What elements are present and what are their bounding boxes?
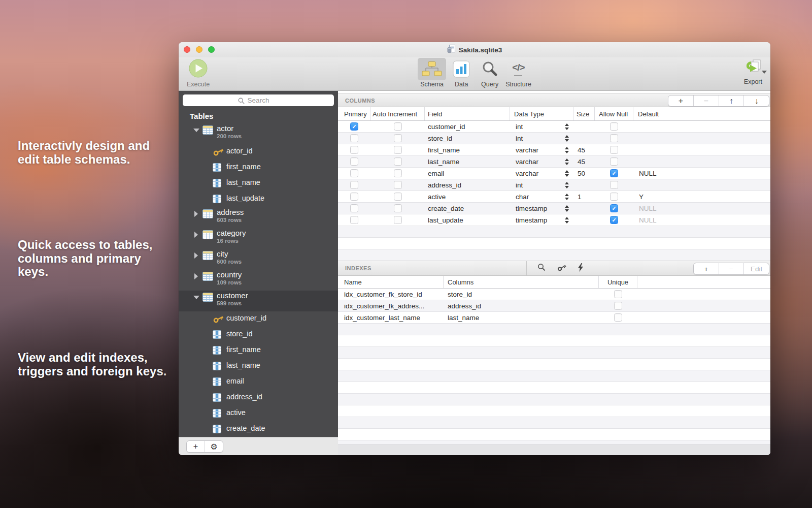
disclosure-expanded-icon[interactable] [193,129,199,132]
column-row-active[interactable]: activechar1Y [338,191,770,203]
data-type-stepper[interactable] [565,217,569,224]
add-column-button[interactable]: + [668,96,694,106]
sidebar-table-actor[interactable]: actor200 rows [179,123,338,144]
schema-hierarchy-icon [418,58,446,80]
allow-null-checkbox[interactable] [610,134,618,142]
auto-increment-checkbox[interactable] [394,157,402,166]
auto-increment-checkbox[interactable] [394,134,402,142]
data-type-stepper[interactable] [565,205,569,212]
foreign-key-icon[interactable] [557,264,566,273]
search-icon[interactable] [537,263,546,273]
tab-data[interactable]: Data [449,58,474,88]
add-index-button[interactable]: + [694,263,719,274]
auto-increment-checkbox[interactable] [394,181,402,189]
remove-column-button[interactable]: − [694,96,719,106]
data-type-stepper[interactable] [565,123,569,130]
title-bar[interactable]: Sakila.sqlite3 [179,42,770,57]
auto-increment-checkbox[interactable] [394,193,402,201]
allow-null-checkbox[interactable] [610,193,618,201]
column-row-last_update[interactable]: last_updatetimestampNULL [338,214,770,226]
remove-index-button[interactable]: − [719,263,745,274]
sidebar-table-category[interactable]: category16 rows [179,228,338,249]
export-button[interactable]: Export [744,58,762,85]
data-type-stepper[interactable] [565,194,569,200]
data-type-stepper[interactable] [565,182,569,188]
index-row-idx_customer_last_name[interactable]: idx_customer_last_namelast_name [338,312,770,324]
column-row-store_id[interactable]: store_idint [338,133,770,144]
primary-checkbox[interactable] [350,122,358,131]
data-type-stepper[interactable] [565,135,569,142]
sidebar-table-country[interactable]: country109 rows [179,270,338,291]
disclosure-collapsed-icon[interactable] [194,252,198,259]
disclosure-collapsed-icon[interactable] [194,273,198,279]
column-row-address_id[interactable]: address_idint [338,179,770,191]
disclosure-collapsed-icon[interactable] [194,211,198,217]
auto-increment-checkbox[interactable] [394,204,402,212]
column-row-email[interactable]: emailvarchar50NULL [338,168,770,179]
sidebar-column-create_date[interactable]: create_date [179,422,338,437]
sidebar-column-last_update[interactable]: last_update [179,192,338,207]
allow-null-checkbox[interactable] [610,181,618,189]
disclosure-collapsed-icon[interactable] [194,232,198,238]
primary-checkbox[interactable] [350,204,358,212]
sidebar-column-first_name[interactable]: first_name [179,160,338,176]
allow-null-checkbox[interactable] [610,122,618,131]
data-type-stepper[interactable] [565,170,569,177]
allow-null-checkbox[interactable] [610,169,618,177]
tab-schema[interactable]: Schema [418,58,446,88]
edit-index-button[interactable]: Edit [744,263,769,274]
actions-gear-button[interactable]: ⚙ [205,441,223,452]
auto-increment-checkbox[interactable] [394,216,402,224]
primary-checkbox[interactable] [350,169,358,177]
sidebar-column-actor_id[interactable]: actor_id [179,144,338,160]
disclosure-expanded-icon[interactable] [193,296,199,299]
data-type-stepper[interactable] [565,147,569,153]
sidebar-column-last_name[interactable]: last_name [179,359,338,374]
allow-null-checkbox[interactable] [610,157,618,166]
allow-null-checkbox[interactable] [610,204,618,212]
data-type-stepper[interactable] [565,158,569,165]
trigger-bolt-icon[interactable] [578,263,584,274]
sidebar-table-address[interactable]: address603 rows [179,207,338,228]
tab-query[interactable]: Query [477,58,503,88]
window-title: Sakila.sqlite3 [459,46,502,54]
sidebar-column-active[interactable]: active [179,406,338,422]
move-column-down-button[interactable]: ↓ [744,96,769,106]
allow-null-checkbox[interactable] [610,216,618,224]
sidebar-column-email[interactable]: email [179,374,338,390]
primary-checkbox[interactable] [350,146,358,154]
sidebar-column-store_id[interactable]: store_id [179,327,338,343]
primary-checkbox[interactable] [350,134,358,142]
column-row-create_date[interactable]: create_datetimestampNULL [338,203,770,214]
unique-checkbox[interactable] [614,290,622,298]
search-field-wrap [183,94,334,106]
sidebar-column-address_id[interactable]: address_id [179,390,338,406]
column-row-last_name[interactable]: last_namevarchar45 [338,156,770,168]
sidebar-column-customer_id[interactable]: customer_id [179,311,338,327]
primary-checkbox[interactable] [350,216,358,224]
auto-increment-checkbox[interactable] [394,146,402,154]
auto-increment-checkbox[interactable] [394,169,402,177]
auto-increment-checkbox[interactable] [394,122,402,131]
primary-checkbox[interactable] [350,193,358,201]
unique-checkbox[interactable] [614,313,622,322]
allow-null-checkbox[interactable] [610,146,618,154]
primary-checkbox[interactable] [350,157,358,166]
index-row-idx_customer_fk_store_id[interactable]: idx_customer_fk_store_idstore_id [338,289,770,300]
table-icon [202,272,213,283]
empty-row [338,370,770,382]
sidebar-column-last_name[interactable]: last_name [179,176,338,192]
move-column-up-button[interactable]: ↑ [719,96,745,106]
index-row-idx_customer_fk_addres[interactable]: idx_customer_fk_addres...address_id [338,300,770,312]
tab-structure[interactable]: </>Structure [505,58,531,88]
add-table-button[interactable]: + [187,441,205,452]
column-row-customer_id[interactable]: customer_idint [338,121,770,133]
sidebar-table-city[interactable]: city600 rows [179,249,338,270]
sidebar-column-first_name[interactable]: first_name [179,343,338,359]
column-row-first_name[interactable]: first_namevarchar45 [338,144,770,156]
column-name: last_name [226,361,260,369]
primary-checkbox[interactable] [350,181,358,189]
unique-checkbox[interactable] [614,302,622,310]
sidebar-table-customer[interactable]: customer599 rows [179,291,338,311]
search-input[interactable] [183,94,334,106]
